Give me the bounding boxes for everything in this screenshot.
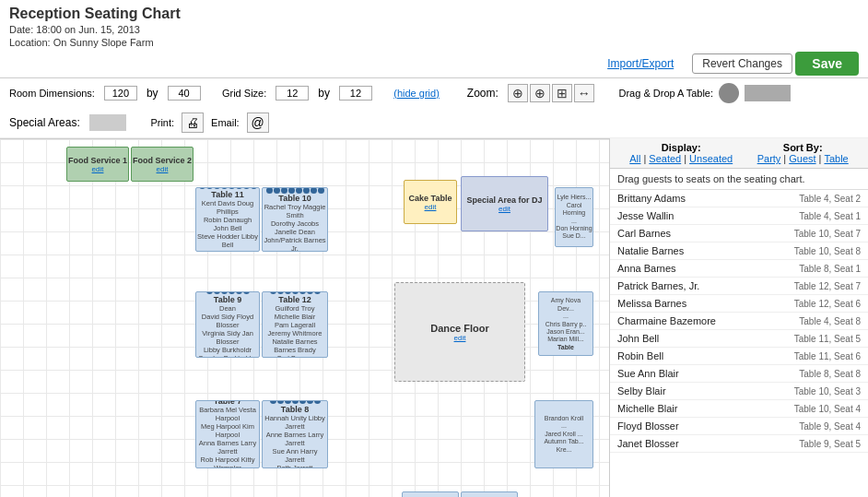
guest-list-item[interactable]: Janet BlosserTable 9, Seat 5 <box>610 435 868 453</box>
email-button[interactable]: @ <box>247 112 269 133</box>
guest-name: Selby Blair <box>617 385 666 396</box>
guest-name: Janet Blosser <box>617 438 679 449</box>
guest-name: Michelle Blair <box>617 403 677 414</box>
table-11[interactable]: Table 11 Kent Davis Doug PhillipsRobin D… <box>195 187 260 252</box>
zoom-out-button[interactable]: ⊞ <box>552 84 572 102</box>
display-column: Display: All | Seated | Unseated <box>629 142 733 164</box>
table-right-1[interactable]: Lyle Hiers...Carol Horning...Don Horning… <box>555 187 593 247</box>
guest-list-item[interactable]: Brittany AdamsTable 4, Seat 2 <box>610 190 868 207</box>
guest-name: John Bell <box>617 333 659 344</box>
controls-bar: Room Dimensions: by Grid Size: by (hide … <box>0 78 868 138</box>
guest-list-item[interactable]: Natalie BarnesTable 10, Seat 8 <box>610 243 868 260</box>
guest-list-item[interactable]: Jesse WallinTable 4, Seat 1 <box>610 207 868 225</box>
guest-seat: Table 10, Seat 3 <box>794 386 861 396</box>
drag-drop-controls: Drag & Drop A Table: <box>619 83 792 103</box>
zoom-label: Zoom: <box>467 87 499 100</box>
zoom-in-button[interactable]: ⊕ <box>508 84 528 102</box>
rect-table-icon[interactable] <box>745 85 791 101</box>
guest-seat: Table 12, Seat 6 <box>794 299 861 309</box>
table-20[interactable]: Table 20 Quinn LloydBrady... <box>402 491 459 497</box>
filter-all-link[interactable]: All <box>629 153 640 164</box>
grid-by-label: by <box>318 87 330 100</box>
room-height-input[interactable] <box>168 86 201 101</box>
guest-list-item[interactable]: Floyd BlosserTable 9, Seat 4 <box>610 418 868 435</box>
guest-name: Sue Ann Blair <box>617 368 679 379</box>
save-button[interactable]: Save <box>795 52 859 76</box>
guest-seat: Table 11, Seat 5 <box>794 334 861 344</box>
guest-name: Patrick Barnes, Jr. <box>617 280 699 291</box>
table-12[interactable]: Table 12 Guilford Troy Michelle BlairPam… <box>262 291 328 358</box>
import-export-link[interactable]: Import/Export <box>607 57 674 70</box>
table-21[interactable]: Table 21 Shayla MillerJessica... <box>461 491 518 497</box>
table-cake[interactable]: Cake Table edit <box>404 180 457 224</box>
guest-list-item[interactable]: Michelle BlairTable 10, Seat 4 <box>610 400 868 418</box>
seating-chart-area[interactable]: Food Service 1 edit Food Service 2 edit … <box>0 138 610 497</box>
guest-seat: Table 4, Seat 1 <box>799 211 861 221</box>
header: Reception Seating Chart Date: 18:00 on J… <box>0 0 868 50</box>
location-label: Location: <box>9 37 51 48</box>
guest-list-item[interactable]: Patrick Barnes, Jr.Table 12, Seat 7 <box>610 278 868 295</box>
hide-grid-link[interactable]: (hide grid) <box>393 88 440 99</box>
revert-button[interactable]: Revert Changes <box>692 53 792 74</box>
drag-instruction: Drag guests to seats on the seating char… <box>610 169 868 190</box>
sort-guest-link[interactable]: Guest <box>789 153 815 164</box>
grid-width-input[interactable] <box>276 86 309 101</box>
sort-table-link[interactable]: Table <box>824 153 848 164</box>
panel-header: Display: All | Seated | Unseated Sort By… <box>610 138 868 169</box>
special-area-dj[interactable]: Special Area for DJ edit <box>461 176 548 231</box>
special-area-icon[interactable] <box>89 114 126 131</box>
guest-list-item[interactable]: Melissa BarnesTable 12, Seat 6 <box>610 295 868 313</box>
filter-unseated-link[interactable]: Unseated <box>689 153 733 164</box>
grid-size-label: Grid Size: <box>222 88 266 99</box>
display-filter-links: All | Seated | Unseated <box>629 153 733 164</box>
guest-name: Robin Bell <box>617 350 663 361</box>
guest-list[interactable]: Brittany AdamsTable 4, Seat 2Jesse Walli… <box>610 190 868 497</box>
date-info: Date: 18:00 on Jun. 15, 2013 <box>9 24 859 35</box>
zoom-reset-button[interactable]: ↔ <box>574 84 594 102</box>
print-button[interactable]: 🖨 <box>182 112 204 133</box>
guest-seat: Table 10, Seat 8 <box>794 246 861 256</box>
filter-seated-link[interactable]: Seated <box>649 153 681 164</box>
guest-list-item[interactable]: Charmaine BazemoreTable 4, Seat 8 <box>610 313 868 330</box>
location-info: Location: On Sunny Slope Farm <box>9 37 859 48</box>
table-food-service-1[interactable]: Food Service 1 edit <box>66 147 129 182</box>
dance-floor[interactable]: Dance Floor edit <box>394 282 525 382</box>
table-right-2[interactable]: Amy NovaDev......Chris Barry p..Jason Er… <box>538 291 593 356</box>
zoom-fit-button[interactable]: ⊕ <box>530 84 550 102</box>
room-by-label: by <box>147 87 158 100</box>
guest-name: Floyd Blosser <box>617 420 679 432</box>
table-right-3[interactable]: Brandon Kroll...Jared Kroll ...Autumn Ta… <box>534 400 593 468</box>
print-email-controls: Print: 🖨 Email: @ <box>150 112 268 133</box>
sort-party-link[interactable]: Party <box>757 153 781 164</box>
display-label: Display: <box>629 142 733 153</box>
guest-seat: Table 4, Seat 8 <box>799 316 861 326</box>
table-food-service-2[interactable]: Food Service 2 edit <box>131 147 194 182</box>
guest-list-item[interactable]: John BellTable 11, Seat 5 <box>610 330 868 348</box>
table-7[interactable]: Table 7 Barbara Mel Vesta HarpoolMeg Har… <box>195 400 260 468</box>
grid-height-input[interactable] <box>339 86 372 101</box>
round-table-icon[interactable] <box>719 83 739 103</box>
guest-list-item[interactable]: Selby BlairTable 10, Seat 3 <box>610 383 868 400</box>
sort-links: Party | Guest | Table <box>757 153 849 164</box>
guest-name: Carl Barnes <box>617 228 671 239</box>
guest-list-item[interactable]: Carl BarnesTable 10, Seat 7 <box>610 225 868 243</box>
guest-list-item[interactable]: Robin BellTable 11, Seat 6 <box>610 348 868 365</box>
table-8[interactable]: Table 8 Hannah Unity Libby JarrettAnne B… <box>262 400 328 468</box>
drag-drop-label: Drag & Drop A Table: <box>619 88 714 99</box>
guest-name: Jesse Wallin <box>617 210 674 221</box>
chart-inner: Food Service 1 edit Food Service 2 edit … <box>0 139 609 497</box>
guest-seat: Table 9, Seat 4 <box>799 421 861 432</box>
table-10[interactable]: Table 10 Rachel Troy Maggie SmithDorothy… <box>262 187 328 252</box>
sort-column: Sort By: Party | Guest | Table <box>757 142 849 164</box>
guest-seat: Table 10, Seat 7 <box>794 229 861 239</box>
table-9[interactable]: Table 9 DeanDavid Sidy Floyd BlosserVirg… <box>195 291 260 358</box>
guest-seat: Table 10, Seat 4 <box>794 404 861 414</box>
guest-seat: Table 11, Seat 6 <box>794 351 861 361</box>
guest-list-item[interactable]: Sue Ann BlairTable 8, Seat 8 <box>610 365 868 383</box>
guest-list-item[interactable]: Anna BarnesTable 8, Seat 1 <box>610 260 868 278</box>
main-content: Food Service 1 edit Food Service 2 edit … <box>0 138 868 497</box>
date-value: 18:00 on Jun. 15, 2013 <box>36 24 140 35</box>
zoom-controls: ⊕ ⊕ ⊞ ↔ <box>508 84 594 102</box>
right-panel: Display: All | Seated | Unseated Sort By… <box>610 138 868 497</box>
room-width-input[interactable] <box>104 86 137 101</box>
